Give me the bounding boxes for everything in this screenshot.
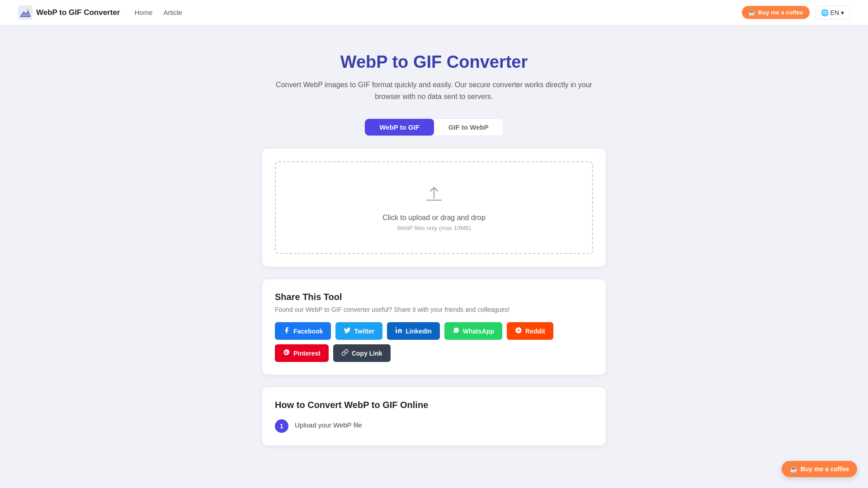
share-linkedin-button[interactable]: LinkedIn [387, 322, 440, 340]
svg-point-1 [27, 9, 29, 11]
main-content: WebP to GIF Converter Convert WebP image… [253, 25, 615, 464]
howto-title: How to Convert WebP to GIF Online [275, 400, 593, 410]
share-description: Found our WebP to GIF converter useful? … [275, 306, 593, 313]
tab-container: WebP to GIF GIF to WebP [364, 118, 504, 136]
buy-coffee-label: Buy me a coffee [758, 9, 803, 16]
chevron-down-icon: ▾ [841, 9, 844, 16]
floating-coffee-label: Buy me a coffee [801, 465, 849, 473]
share-reddit-button[interactable]: 👾 Reddit [507, 322, 553, 340]
conversion-tabs: WebP to GIF GIF to WebP [262, 118, 606, 136]
share-card: Share This Tool Found our WebP to GIF co… [262, 279, 606, 375]
share-twitter-label: Twitter [354, 328, 374, 335]
share-whatsapp-button[interactable]: WhatsApp [444, 322, 502, 340]
upload-icon [285, 184, 583, 207]
globe-icon: 🌐 [821, 9, 829, 16]
share-linkedin-label: LinkedIn [406, 328, 432, 335]
nav-links: Home Article [134, 9, 182, 16]
logo-icon [18, 5, 33, 20]
language-button[interactable]: 🌐 EN ▾ [815, 6, 850, 19]
floating-buy-coffee-button[interactable]: ☕ Buy me a coffee [782, 461, 857, 477]
upload-click-text: Click to upload or drag and drop [285, 214, 583, 222]
share-pinterest-label: Pinterest [293, 350, 321, 357]
upload-zone[interactable]: Click to upload or drag and drop WebP fi… [275, 161, 593, 254]
howto-step-1: 1 Upload your WebP file [275, 419, 593, 433]
svg-rect-2 [396, 329, 397, 333]
step-1-text: Upload your WebP file [295, 419, 362, 429]
share-copylink-label: Copy Link [352, 350, 382, 357]
nav-left: WebP to GIF Converter Home Article [18, 5, 182, 20]
floating-coffee-icon: ☕ [790, 465, 797, 473]
coffee-icon: ☕ [748, 9, 755, 16]
svg-point-3 [396, 328, 397, 329]
howto-card: How to Convert WebP to GIF Online 1 Uplo… [262, 387, 606, 446]
svg-text:👾: 👾 [517, 329, 519, 332]
svg-rect-0 [18, 5, 33, 20]
buy-coffee-button[interactable]: ☕ Buy me a coffee [742, 6, 810, 19]
logo: WebP to GIF Converter [18, 5, 120, 20]
pinterest-icon [283, 349, 290, 357]
share-facebook-label: Facebook [293, 328, 323, 335]
nav-home[interactable]: Home [134, 9, 152, 16]
lang-label: EN [830, 9, 839, 16]
share-facebook-button[interactable]: Facebook [275, 322, 331, 340]
link-icon [341, 349, 349, 357]
twitter-icon [344, 327, 351, 335]
logo-text: WebP to GIF Converter [36, 8, 120, 17]
share-whatsapp-label: WhatsApp [463, 328, 494, 335]
share-buttons: Facebook Twitter LinkedIn WhatsApp [275, 322, 593, 362]
hero-title: WebP to GIF Converter [262, 52, 606, 72]
share-twitter-button[interactable]: Twitter [335, 322, 382, 340]
whatsapp-icon [453, 327, 460, 335]
share-reddit-label: Reddit [525, 328, 545, 335]
linkedin-icon [395, 327, 402, 335]
upload-hint: WebP files only (max 10MB) [285, 225, 583, 231]
share-pinterest-button[interactable]: Pinterest [275, 344, 329, 362]
share-copylink-button[interactable]: Copy Link [333, 344, 391, 362]
share-title: Share This Tool [275, 292, 593, 302]
tab-webp-to-gif[interactable]: WebP to GIF [365, 119, 434, 136]
upload-card: Click to upload or drag and drop WebP fi… [262, 149, 606, 267]
facebook-icon [283, 327, 290, 335]
hero-section: WebP to GIF Converter Convert WebP image… [262, 52, 606, 102]
navbar: WebP to GIF Converter Home Article ☕ Buy… [0, 0, 868, 25]
nav-article[interactable]: Article [163, 9, 182, 16]
tab-gif-to-webp[interactable]: GIF to WebP [434, 119, 503, 136]
hero-subtitle: Convert WebP images to GIF format quickl… [262, 79, 606, 102]
reddit-icon: 👾 [515, 327, 522, 335]
step-1-number: 1 [275, 419, 288, 433]
nav-right: ☕ Buy me a coffee 🌐 EN ▾ [742, 6, 850, 19]
